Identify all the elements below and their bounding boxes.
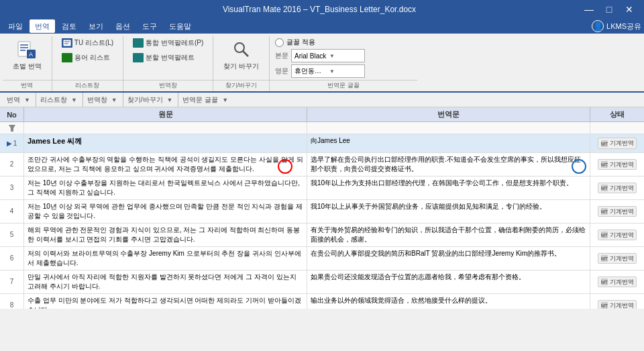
lt-findreplace-arrow[interactable]: ▼	[166, 97, 174, 103]
lt-listpane-arrow[interactable]: ▼	[70, 97, 78, 103]
tu-list-label: TU 리스트(L)	[74, 38, 113, 48]
lt-translate-arrow[interactable]: ▼	[23, 97, 32, 103]
font-apply-radio[interactable]	[275, 38, 284, 47]
ribbon-group-findreplace-label: 찾기/바꾸기	[213, 80, 269, 90]
svg-text:MT: MT	[601, 162, 608, 167]
row-no-7: 7	[0, 270, 24, 293]
ribbon-group-listpane: TU 리스트(L) 용어 리스트 리스트창	[52, 36, 123, 91]
integrated-palette-button[interactable]: 통합 번역팔레트(P)	[129, 36, 207, 50]
table-row[interactable]: 7 만일 귀사에서 아직 자리에 적합한 지원자를 발견하지 못하셨다면 저에게…	[0, 270, 644, 294]
row-source-5: 해외 무역에 관한 전문적인 경험과 지식이 있으므로, 저는 그 자리에 적합…	[24, 223, 307, 246]
lt-translate-label: 번역	[7, 95, 20, 105]
row-status-1: MT 기계번역	[590, 134, 644, 152]
find-replace-button[interactable]: 찾기 바꾸기	[219, 36, 264, 74]
menu-item-translate[interactable]: 번역	[30, 19, 55, 33]
row-source-3: 저는 10년 이상 수출부장을 지원하는 대리로서 한국일렉트로닉스 사에서 근…	[24, 177, 307, 199]
body-font-dropdown[interactable]: Arial Black ▼	[291, 49, 365, 62]
row-trans-1: 向James Lee	[307, 134, 590, 152]
machine-translate-icon: MT	[600, 140, 608, 148]
close-button[interactable]: ✕	[620, 3, 639, 16]
term-list-label: 용어 리스트	[74, 53, 110, 62]
initial-translate-button[interactable]: A 초벌 번역	[8, 36, 46, 74]
table-row[interactable]: 8 수출 업무 미만의 분야에도 저가 적합하다고 생각되시면 어떠한 제의라도…	[0, 294, 644, 309]
menu-item-view[interactable]: 보기	[83, 19, 109, 33]
user-area[interactable]: 👤 LKMS공유	[592, 20, 641, 32]
row-no-6: 6	[0, 247, 24, 270]
font-apply-label: 글꼴 적용	[286, 38, 315, 47]
row-trans-2: 选早了解在贵公司执行出口部经理作用的职责.不知道会不会发生空席的事实，所以我想应…	[307, 153, 590, 176]
col-header-status: 상태	[590, 107, 644, 121]
row-source-1: James Lee 씨께	[24, 134, 307, 152]
split-palette-label: 분할 번역팔레트	[146, 53, 195, 62]
row-trans-6: 在贵公司的人事部提交我的简历和BRalT 贸易业的出口部经理Jeremy Kim…	[307, 247, 590, 270]
col-header-trans: 번역문	[307, 107, 590, 121]
svg-text:MT: MT	[601, 186, 608, 191]
status-badge-7: MT 기계번역	[598, 277, 637, 288]
integrated-palette-icon	[133, 38, 144, 48]
split-palette-button[interactable]: 분할 번역팔레트	[129, 51, 207, 64]
tu-list-icon	[62, 38, 72, 48]
row-status-6: MT 기계번역	[590, 247, 644, 270]
ribbon-group-tranpane: 통합 번역팔레트(P) 분할 번역팔레트 번역창	[123, 36, 213, 91]
row-trans-5: 有关于海外贸易的经验和专门的知识，所以我适合干那个位置，确信着利附委的简历，必须…	[307, 223, 590, 246]
svg-text:MT: MT	[601, 303, 608, 308]
menu-item-help[interactable]: 도움말	[164, 19, 197, 33]
menu-item-file[interactable]: 파일	[3, 19, 28, 33]
minimize-button[interactable]: —	[580, 3, 598, 16]
svg-rect-6	[63, 40, 71, 46]
lt-group-translate: 번역 ▼	[3, 93, 36, 107]
lt-tranpane-arrow[interactable]: ▼	[110, 97, 119, 103]
status-badge-6: MT 기계번역	[598, 253, 637, 264]
svg-point-9	[235, 43, 244, 52]
ribbon-group-translation-label: 번역	[3, 80, 52, 90]
status-badge-8: MT 기계번역	[598, 300, 637, 309]
maximize-button[interactable]: □	[600, 3, 619, 16]
row-source-4: 저는 10년 이상 외국 무역에 관한 업무에 종사했으며 만족할 만큼 전문 …	[24, 200, 307, 223]
lt-group-tranpane: 번역창 ▼	[83, 93, 123, 107]
lower-toolbar: 번역 ▼ 리스트창 ▼ 번역창 ▼ 찾기/바꾸기 ▼ 번역문 글꼴 ▼	[0, 93, 644, 107]
table-row[interactable]: ▶ 1 James Lee 씨께 向James Lee MT 기계번역	[0, 134, 644, 153]
term-list-button[interactable]: 용어 리스트	[58, 51, 117, 64]
ribbon: A 초벌 번역 번역 TU 리스트(L) 용어 리스트	[0, 34, 644, 93]
lt-font-arrow[interactable]: ▼	[221, 97, 229, 103]
menu-item-review[interactable]: 검토	[56, 19, 82, 33]
lt-tranpane-label: 번역창	[87, 95, 107, 105]
col-header-no: No	[0, 107, 24, 121]
table-row[interactable]: 6 저의 이력서와 브라이트무역의 수출부장 Jeremy Kim 으로부터의 …	[0, 247, 644, 270]
initial-translate-label: 초벌 번역	[13, 62, 42, 71]
term-list-icon	[62, 53, 72, 62]
english-font-row: 영문 휴먼동근헤드... ▼	[275, 64, 365, 78]
title-bar: VisualTran Mate 2016 – VT_Business Lette…	[0, 0, 644, 19]
english-font-label: 영문	[275, 66, 288, 76]
status-badge-1: MT 기계번역	[598, 138, 637, 149]
menu-item-tools[interactable]: 도구	[137, 19, 162, 33]
row-source-6: 저의 이력서와 브라이트무역의 수출부장 Jeremy Kim 으로부터의 추천…	[24, 247, 307, 270]
menu-item-options[interactable]: 옵션	[110, 19, 136, 33]
table-row[interactable]: 3 저는 10년 이상 수출부장을 지원하는 대리로서 한국일렉트로닉스 사에서…	[0, 177, 644, 200]
table-row[interactable]: 4 저는 10년 이상 외국 무역에 관한 업무에 종사했으며 만족할 만큼 전…	[0, 200, 644, 223]
split-palette-icon	[133, 53, 144, 62]
row-no-5: 5	[0, 223, 24, 246]
tu-list-button[interactable]: TU 리스트(L)	[58, 36, 117, 50]
menu-bar: 파일 번역 검토 보기 옵션 도구 도움말 👤 LKMS공유	[0, 19, 644, 34]
row-trans-3: 我10年以上作为支持出口部经理的代理，在韩国电子学公司工作，但是想支持那个职责。	[307, 177, 590, 199]
table-row[interactable]: 5 해외 무역에 관한 전문적인 경험과 지식이 있으므로, 저는 그 자리에 …	[0, 223, 644, 247]
svg-text:MT: MT	[601, 233, 608, 238]
row-trans-4: 我10年以上从事关于外国贸易的业务，应该能提供如见知和满足，专门的经验。	[307, 200, 590, 223]
english-font-dropdown[interactable]: 휴먼동근헤드... ▼	[291, 64, 365, 78]
col-header-source: 원문	[24, 107, 307, 121]
row-no-4: 4	[0, 200, 24, 223]
lt-group-font: 번역문 글꼴 ▼	[178, 93, 233, 107]
lt-group-findreplace: 찾기/바꾸기 ▼	[123, 93, 179, 107]
table-row[interactable]: 2 조만간 귀사에 수출부장의 역할을 수행하는 직책에 공석이 생길지도 모른…	[0, 153, 644, 177]
row-status-7: MT 기계번역	[590, 270, 644, 293]
window-title: VisualTran Mate 2016 – VT_Business Lette…	[59, 5, 580, 14]
row-status-3: MT 기계번역	[590, 177, 644, 199]
row-no-1: ▶ 1	[0, 134, 24, 152]
lt-findreplace-label: 찾기/바꾸기	[127, 95, 163, 105]
translate-icon: A	[16, 39, 38, 60]
body-font-dropdown-arrow: ▼	[329, 53, 362, 59]
body-font-label: 본문	[275, 51, 288, 60]
user-icon: 👤	[592, 20, 604, 32]
status-badge-3: MT 기계번역	[598, 183, 637, 194]
